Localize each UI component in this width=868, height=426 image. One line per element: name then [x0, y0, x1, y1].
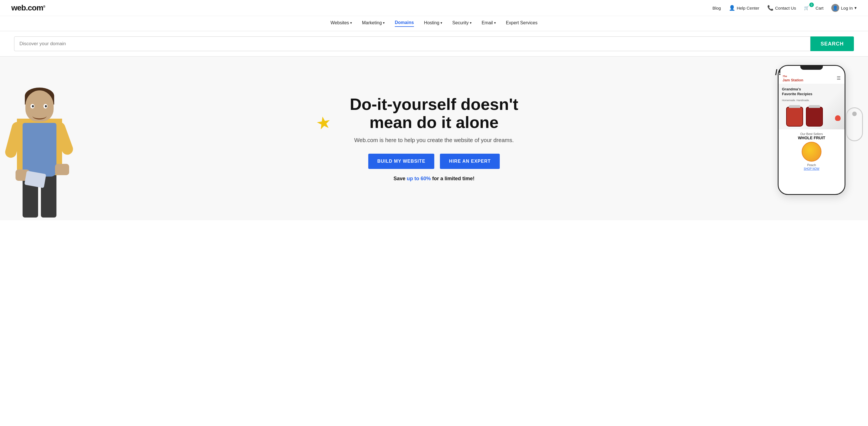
phone-mockup: The Jam Station ☰ Grandma's Favorite Rec…	[772, 65, 851, 195]
phone-hero-sub: Homemade. Handmade.	[782, 99, 810, 102]
search-button[interactable]: SEARCH	[810, 36, 854, 51]
help-center-label: Help Center	[737, 6, 760, 10]
nav-websites-label: Websites	[331, 20, 349, 25]
hero-subtitle: Web.com is here to help you create the w…	[346, 137, 522, 143]
person-apron	[23, 123, 56, 176]
chevron-down-icon: ▾	[855, 5, 857, 10]
blog-label: Blog	[713, 6, 721, 10]
search-section: SEARCH	[0, 31, 868, 57]
nav-item-email[interactable]: Email ▾	[482, 20, 496, 27]
phone-sellers-product: WHOLE FRUIT	[782, 136, 841, 140]
phone-hero-image: Grandma's Favorite Recipies Homemade. Ha…	[779, 84, 844, 130]
blog-link[interactable]: Blog	[713, 6, 721, 10]
nav-security-label: Security	[452, 20, 469, 25]
search-input[interactable]	[20, 41, 805, 47]
phone-sellers-label: Our Best Sellers	[782, 132, 841, 136]
login-icon: 👤	[831, 4, 839, 12]
hero-save-highlight: up to 60%	[407, 176, 431, 181]
chevron-down-icon: ▾	[470, 21, 471, 25]
decorative-star-icon: ★	[314, 112, 333, 134]
chevron-down-icon: ▾	[440, 21, 442, 25]
phone-jam-jar-right	[806, 107, 823, 126]
hero-title: Do-it-yourself doesn't mean do it alone	[346, 95, 522, 131]
phone-icon: 📞	[767, 5, 773, 11]
hero-save-suffix: for a limited time!	[431, 176, 475, 181]
hero-save-prefix: Save	[393, 176, 407, 181]
phone-brand-the: The	[782, 75, 787, 78]
nav-item-security[interactable]: Security ▾	[452, 20, 471, 27]
contact-us-label: Contact Us	[775, 6, 796, 10]
help-center-link[interactable]: 👤 Help Center	[729, 5, 760, 11]
cart-label: Cart	[815, 6, 824, 10]
login-button[interactable]: 👤 Log In ▾	[831, 4, 857, 12]
nav-email-label: Email	[482, 20, 493, 25]
hero-content: Do-it-yourself doesn't mean do it alone …	[335, 95, 533, 182]
scroll-indicator	[846, 107, 863, 141]
hire-expert-button[interactable]: HIRE AN EXPERT	[440, 154, 500, 169]
nav-item-websites[interactable]: Websites ▾	[331, 20, 352, 27]
hero-save-text: Save up to 60% for a limited time!	[346, 176, 522, 182]
logo-text: web.com	[11, 3, 43, 12]
phone-menu-icon[interactable]: ☰	[837, 76, 841, 81]
phone-jam-jar-left	[786, 107, 803, 126]
phone-fruit-name: Peach	[782, 163, 841, 167]
phone-frame: The Jam Station ☰ Grandma's Favorite Rec…	[778, 65, 845, 195]
hero-person-illustration	[0, 79, 79, 220]
login-label: Log In	[841, 6, 853, 10]
person-hand-right	[55, 164, 69, 175]
nav-item-hosting[interactable]: Hosting ▾	[424, 20, 442, 27]
phone-brand-logo: The Jam Station	[782, 74, 803, 82]
hero-buttons: BUILD MY WEBSITE HIRE AN EXPERT	[346, 154, 522, 169]
nav-hosting-label: Hosting	[424, 20, 439, 25]
phone-sellers-section: Our Best Sellers WHOLE FRUIT Peach SHOP …	[779, 130, 844, 174]
nav-domains-label: Domains	[395, 20, 414, 25]
decorative-lines: / !	[775, 68, 780, 77]
main-nav: Websites ▾ Marketing ▾ Domains Hosting ▾…	[0, 16, 868, 31]
chevron-down-icon: ▾	[383, 21, 384, 25]
chevron-down-icon: ▾	[350, 21, 352, 25]
build-website-button[interactable]: BUILD MY WEBSITE	[368, 154, 434, 169]
phone-brand-name: Jam Station	[782, 78, 803, 82]
top-bar: web.com® Blog 👤 Help Center 📞 Contact Us…	[0, 0, 868, 16]
phone-hero-text: Grandma's Favorite Recipies	[782, 87, 812, 96]
cart-icon: 🛒	[804, 5, 809, 10]
person-icon: 👤	[729, 5, 735, 11]
phone-hero-title: Grandma's Favorite Recipies	[782, 87, 812, 96]
logo-sup: ®	[43, 5, 45, 8]
nav-item-marketing[interactable]: Marketing ▾	[362, 20, 384, 27]
site-logo[interactable]: web.com®	[11, 3, 45, 12]
nav-item-domains[interactable]: Domains	[395, 20, 414, 27]
cart-link[interactable]: 🛒 0 Cart	[804, 5, 824, 10]
contact-us-link[interactable]: 📞 Contact Us	[767, 5, 796, 11]
search-input-wrap	[14, 36, 810, 51]
person-pupil-right	[45, 105, 47, 107]
nav-marketing-label: Marketing	[362, 20, 382, 25]
nav-expert-services-label: Expert Services	[506, 20, 537, 25]
person-pupil-left	[32, 105, 34, 107]
phone-notch	[800, 66, 823, 70]
phone-header: The Jam Station ☰	[779, 72, 844, 84]
phone-shop-now[interactable]: SHOP NOW	[782, 167, 841, 173]
person-smile	[32, 112, 46, 119]
hero-section: Do-it-yourself doesn't mean do it alone …	[0, 57, 868, 220]
nav-item-expert-services[interactable]: Expert Services	[506, 20, 537, 27]
phone-content: The Jam Station ☰ Grandma's Favorite Rec…	[779, 70, 844, 174]
top-links: Blog 👤 Help Center 📞 Contact Us 🛒 0 Cart…	[713, 4, 857, 12]
chevron-down-icon: ▾	[494, 21, 496, 25]
cart-badge: 0	[809, 3, 814, 7]
phone-fruit-illustration	[802, 142, 822, 162]
phone-strawberry	[835, 115, 841, 121]
